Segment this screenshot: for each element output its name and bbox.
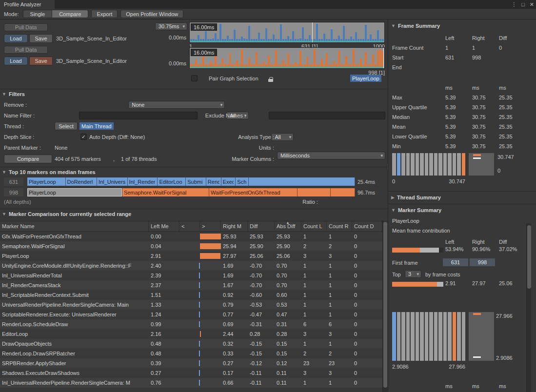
table-row[interactable]: Inl_RenderCameraStack2.371.67-0.700.7011… (0, 280, 382, 290)
top10-frame-left[interactable]: 631 (4, 177, 23, 186)
units-dropdown[interactable]: Milliseconds ▾ (277, 152, 385, 159)
top10-segment[interactable]: Sch (236, 177, 249, 186)
first-frame-right-button[interactable]: 998 (470, 258, 495, 266)
top10-segment[interactable]: Submi (186, 177, 206, 186)
column-count-left[interactable]: Count L (301, 221, 327, 231)
table-row[interactable]: Shadows.ExecuteDrawShadows0.270.17-0.110… (0, 368, 382, 378)
pair-graph-checkbox[interactable] (191, 75, 198, 81)
column-abs-diff[interactable]: ▲ Abs Diff (275, 221, 301, 231)
top10-segment[interactable]: Inl_Univers (97, 177, 127, 186)
open-profiler-button[interactable]: Open Profiler Window (120, 10, 183, 18)
marker-range-box[interactable] (469, 312, 494, 361)
top10-frame-right[interactable]: 998 (4, 188, 23, 196)
name-filter-input[interactable] (79, 112, 198, 119)
top10-segment[interactable]: Semaphore.WaitForSignal (122, 188, 209, 196)
thread-chip[interactable]: Main Thread (79, 122, 114, 130)
table-row[interactable]: RenderLoop.ScheduleDraw0.990.69-0.310.31… (0, 319, 382, 329)
top10-segment[interactable]: Inl_Render (128, 177, 158, 186)
frame-distribution-histogram[interactable] (392, 153, 465, 176)
menu-icon[interactable]: ⋮ (511, 1, 516, 8)
summary-row-value: 1 (472, 45, 499, 51)
table-row[interactable]: Inl_UniversalRenderPipeline.RenderSingle… (0, 378, 382, 388)
top10-segment[interactable] (249, 177, 355, 186)
column-count-diff[interactable]: Count D (352, 221, 382, 231)
table-row[interactable]: Semaphore.WaitForSignal0.0425.9425.9025.… (0, 241, 382, 251)
column-right-median[interactable]: Right M (221, 221, 248, 231)
range-dropdown-left[interactable]: 30.75ms ▾ (155, 22, 187, 30)
summary-scrollbar-thumb[interactable] (527, 225, 531, 289)
top10-bar-left[interactable]: PlayerLoopDoRenderlInl_UniversInl_Render… (27, 177, 355, 186)
load-right-button[interactable]: Load (4, 57, 28, 65)
top10-segment[interactable]: Rende (206, 177, 221, 186)
filters-header[interactable]: ▼ Filters (2, 91, 25, 97)
auto-depth-checkbox[interactable]: ✓ (80, 134, 87, 140)
table-row[interactable]: SRPBRender.ApplyShader0.390.27-0.120.122… (0, 358, 382, 368)
frame-time-graph-right[interactable]: 16.00ms (189, 47, 385, 69)
column-right-bar[interactable]: > (200, 221, 221, 231)
mode-single-button[interactable]: Single (23, 10, 53, 18)
top10-header[interactable]: ▼ Top 10 markers on median frames (2, 169, 96, 175)
exclude-names-input[interactable] (269, 112, 385, 119)
marker-distribution-histogram[interactable] (392, 312, 465, 361)
table-row[interactable]: PlayerLoop2.9127.9725.0625.06330 (0, 251, 382, 261)
pull-data-left-button[interactable]: Pull Data (4, 23, 48, 31)
thread-select-button[interactable]: Select (55, 122, 78, 130)
pull-data-right-button[interactable]: Pull Data (4, 46, 48, 54)
top10-segment[interactable] (298, 188, 330, 196)
count-diff-cell: 0 (352, 360, 382, 366)
column-count-right[interactable]: Count R (327, 221, 352, 231)
top10-segment[interactable]: PlayerLoop (27, 188, 122, 196)
maximize-icon[interactable]: □ (521, 1, 525, 7)
table-row[interactable]: Gfx.WaitForPresentOnGfxThread0.0025.9325… (0, 232, 382, 241)
table-row[interactable]: UniversalRenderPipeline.RenderSingleCame… (0, 300, 382, 310)
column-diff[interactable]: Diff (248, 221, 275, 231)
table-row[interactable]: RenderLoop.DrawSRPBatcher0.480.33-0.150.… (0, 349, 382, 358)
top10-segment[interactable]: PlayerLoop (27, 177, 66, 186)
lock-icon[interactable] (268, 77, 273, 82)
save-right-button[interactable]: Save (29, 57, 53, 65)
top10-segment[interactable]: DoRenderl (66, 177, 98, 186)
frame-summary-header[interactable]: ▼ Frame Summary (391, 23, 440, 29)
summary-scrollbar[interactable] (526, 223, 531, 392)
table-row[interactable]: Inl_ScriptableRenderContext.Submit1.510.… (0, 290, 382, 300)
right-bar-cell (200, 241, 221, 251)
abs-diff-cell: 0.28 (275, 331, 301, 337)
frame-summary-stats: Max5.3930.7525.35Upper Quartile5.3930.75… (388, 93, 536, 151)
table-scrollbar-thumb[interactable] (383, 222, 387, 388)
histogram-bar (457, 312, 461, 361)
first-frame-left-button[interactable]: 631 (443, 258, 468, 266)
top10-segment[interactable]: Exec (221, 177, 236, 186)
column-marker-name[interactable]: Marker Name (0, 221, 149, 231)
frame-range-box[interactable] (469, 153, 494, 176)
column-left-bar[interactable]: < (179, 221, 200, 231)
export-button[interactable]: Export (91, 10, 118, 18)
top-n-dropdown[interactable]: 3 ▾ (405, 270, 421, 278)
table-row[interactable]: Inl_UniversalRenderTotal2.391.69-0.700.7… (0, 271, 382, 280)
frame-time-bar (236, 60, 238, 67)
table-row[interactable]: EditorLoop2.162.440.280.28330 (0, 329, 382, 339)
selected-marker-chip[interactable]: PlayerLoop (350, 75, 381, 82)
top10-segment[interactable] (331, 188, 355, 196)
load-left-button[interactable]: Load (4, 34, 28, 43)
top10-segment[interactable]: WaitForPresentOnGfxThread (209, 188, 298, 196)
remove-dropdown[interactable]: None ▾ (128, 101, 225, 109)
window-tab[interactable]: Profile Analyzer (0, 0, 55, 9)
table-row[interactable]: UnityEngine.CoreModule.dll!UnityEngine.R… (0, 261, 382, 271)
marker-comparison-header[interactable]: ▼ Marker Comparison for currently select… (2, 211, 131, 217)
marker-summary-header[interactable]: ▼ Marker Summary (391, 207, 441, 213)
save-left-button[interactable]: Save (29, 34, 53, 43)
column-left-median[interactable]: Left Me (149, 221, 179, 231)
top10-segment[interactable]: EditorLoo (158, 177, 186, 186)
depth-mode-dropdown[interactable]: All ▾ (271, 133, 294, 141)
table-row[interactable]: ScriptableRenderer.Execute: UniversalRen… (0, 310, 382, 319)
mode-compare-button[interactable]: Compare (52, 10, 88, 18)
compare-button[interactable]: Compare (4, 155, 52, 163)
sort-asc-icon: ▲ (286, 221, 290, 224)
table-row[interactable]: DrawOpaqueObjects0.480.32-0.150.15110 (0, 339, 382, 349)
table-scrollbar[interactable] (382, 221, 387, 392)
top10-bar-right[interactable]: PlayerLoopSemaphore.WaitForSignalWaitFor… (27, 188, 355, 196)
thread-summary-header[interactable]: ▶ Thread Summary (391, 195, 441, 200)
frame-time-graph-left[interactable]: 16.00ms (189, 22, 385, 43)
count-diff-cell: 0 (352, 292, 382, 298)
close-icon[interactable]: ✕ (530, 1, 534, 8)
